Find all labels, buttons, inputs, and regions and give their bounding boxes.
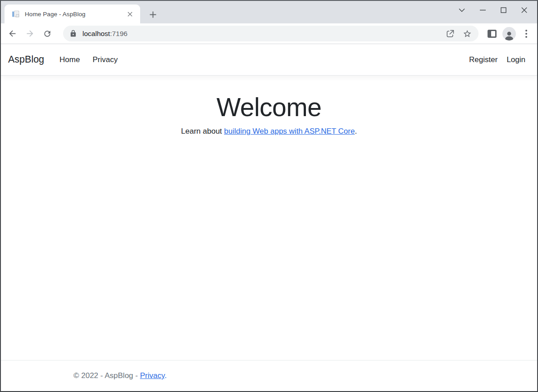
share-button[interactable] bbox=[443, 27, 457, 41]
maximize-button[interactable] bbox=[493, 3, 514, 17]
side-panel-button[interactable] bbox=[485, 27, 499, 41]
account-nav: Register Login bbox=[465, 52, 529, 68]
copyright-text: © 2022 - AspBlog - bbox=[73, 371, 140, 380]
tab-search-button[interactable] bbox=[451, 3, 472, 17]
tab-title: Home Page - AspBlog bbox=[25, 11, 126, 18]
window-controls bbox=[451, 1, 534, 19]
page-heading: Welcome bbox=[1, 92, 537, 122]
lock-icon[interactable] bbox=[69, 30, 77, 37]
browser-window: Home Page - AspBlog bbox=[0, 0, 538, 392]
site-footer: © 2022 - AspBlog - Privacy. bbox=[1, 360, 537, 391]
learn-link[interactable]: building Web apps with ASP.NET Core bbox=[224, 127, 355, 135]
maximize-icon bbox=[501, 7, 506, 13]
reload-button[interactable] bbox=[41, 27, 54, 40]
brand-link[interactable]: AspBlog bbox=[8, 54, 44, 65]
main-content: Welcome Learn about building Web apps wi… bbox=[1, 92, 537, 136]
chevron-down-icon bbox=[459, 8, 465, 12]
kebab-menu-icon bbox=[525, 30, 527, 38]
back-button[interactable] bbox=[6, 27, 18, 40]
avatar-icon bbox=[502, 27, 516, 41]
star-icon bbox=[463, 29, 472, 38]
nav-link-register[interactable]: Register bbox=[465, 52, 501, 68]
profile-button[interactable] bbox=[502, 27, 516, 41]
tab-close-icon[interactable] bbox=[126, 10, 134, 18]
close-window-button[interactable] bbox=[514, 3, 534, 17]
url-port: :7196 bbox=[110, 30, 128, 37]
url-host: localhost bbox=[82, 30, 110, 37]
plus-icon bbox=[150, 11, 156, 18]
forward-arrow-icon bbox=[25, 29, 35, 38]
intro-suffix: . bbox=[355, 127, 357, 135]
address-bar[interactable]: localhost:7196 bbox=[63, 26, 479, 41]
url-text[interactable]: localhost:7196 bbox=[82, 30, 440, 38]
share-icon bbox=[446, 29, 455, 38]
reload-icon bbox=[43, 29, 52, 38]
site-navbar: AspBlog Home Privacy Register Login bbox=[1, 44, 537, 76]
intro-text: Learn about building Web apps with ASP.N… bbox=[1, 127, 537, 136]
tab-strip: Home Page - AspBlog bbox=[1, 1, 537, 23]
browser-menu-button[interactable] bbox=[519, 27, 533, 41]
footer-suffix: . bbox=[164, 371, 167, 380]
minimize-icon bbox=[480, 9, 486, 11]
footer-privacy-link[interactable]: Privacy bbox=[140, 371, 164, 380]
toolbar-right-group bbox=[482, 23, 533, 44]
close-icon bbox=[521, 7, 527, 13]
tab-favicon-icon bbox=[12, 10, 20, 18]
browser-toolbar: localhost:7196 bbox=[1, 23, 537, 44]
minimize-button[interactable] bbox=[472, 3, 493, 17]
nav-link-home[interactable]: Home bbox=[56, 52, 83, 68]
primary-nav: Home Privacy bbox=[56, 52, 121, 68]
nav-link-privacy[interactable]: Privacy bbox=[89, 52, 121, 68]
forward-button[interactable] bbox=[23, 27, 36, 40]
back-arrow-icon bbox=[8, 29, 17, 38]
web-page: AspBlog Home Privacy Register Login Welc… bbox=[1, 44, 537, 391]
intro-prefix: Learn about bbox=[181, 127, 224, 135]
side-panel-icon bbox=[488, 30, 497, 38]
nav-link-login[interactable]: Login bbox=[503, 52, 529, 68]
new-tab-button[interactable] bbox=[146, 8, 159, 21]
browser-tab[interactable]: Home Page - AspBlog bbox=[5, 5, 140, 23]
bookmark-button[interactable] bbox=[460, 27, 474, 41]
